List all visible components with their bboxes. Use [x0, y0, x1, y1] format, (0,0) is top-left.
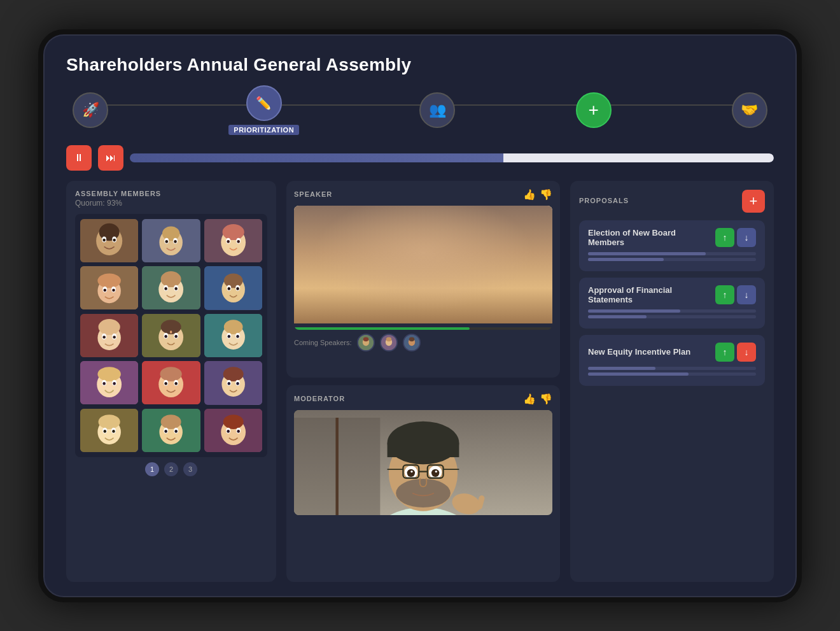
thumbs-up-button[interactable]: 👍 — [523, 188, 536, 201]
member-thumb[interactable] — [142, 219, 200, 262]
timeline-step-handshake[interactable]: 🤝 — [732, 92, 767, 128]
svg-point-47 — [102, 336, 106, 339]
svg-point-33 — [165, 287, 168, 290]
svg-point-90 — [104, 430, 107, 433]
svg-point-48 — [113, 336, 116, 339]
timeline-step-prioritization[interactable]: ✏️ PRIORITIZATION — [228, 85, 299, 135]
svg-point-77 — [175, 382, 178, 385]
member-face — [80, 266, 138, 309]
step-prioritization-circle: ✏️ — [246, 85, 282, 121]
svg-point-13 — [174, 240, 178, 243]
coming-speaker-avatar-3 — [403, 334, 421, 351]
member-thumb[interactable] — [204, 266, 262, 310]
svg-point-73 — [160, 367, 182, 381]
proposal-card-1: Election of New Board Members ↑ ↓ — [579, 220, 765, 271]
member-thumb[interactable] — [142, 266, 200, 309]
member-thumb[interactable] — [204, 219, 262, 263]
progress-bar-container — [130, 153, 774, 162]
proposal-2-down-button[interactable]: ↓ — [737, 285, 756, 304]
pause-button[interactable]: ⏸ — [66, 145, 92, 171]
proposal-3-up-button[interactable]: ↑ — [715, 343, 734, 362]
launch-icon: 🚀 — [82, 102, 99, 118]
svg-point-41 — [236, 287, 239, 290]
vote-buttons: 👍 👎 — [523, 188, 552, 201]
member-face — [80, 219, 138, 262]
svg-point-97 — [165, 430, 168, 433]
thumbs-down-button[interactable]: 👎 — [540, 188, 552, 201]
page-dot-2[interactable]: 2 — [164, 462, 178, 476]
svg-point-27 — [112, 288, 115, 292]
member-face — [80, 361, 138, 404]
proposal-3-top: New Equity Incentive Plan ↑ ↓ — [588, 343, 756, 362]
handshake-icon: 🤝 — [741, 102, 758, 118]
speaker-video — [294, 206, 552, 323]
proposal-1-down-button[interactable]: ↓ — [737, 228, 756, 247]
svg-point-139 — [407, 469, 415, 476]
svg-point-62 — [227, 335, 230, 338]
proposals-panel: PROPOSALS + Election of New Board Member… — [570, 181, 774, 582]
svg-point-5 — [102, 238, 106, 241]
svg-point-16 — [222, 223, 244, 239]
member-face — [204, 266, 262, 310]
device-frame: Shareholders Annual General Assembly 🚀 ✏… — [38, 29, 802, 602]
pause-icon: ⏸ — [74, 152, 84, 164]
proposal-3-bar-1 — [588, 367, 756, 370]
coming-speakers-row: Coming Speakers: — [294, 334, 552, 351]
skip-icon: ⏭ — [106, 152, 116, 164]
member-face — [142, 409, 200, 452]
proposal-2-actions: ↑ ↓ — [715, 285, 756, 304]
svg-point-23 — [97, 273, 121, 288]
member-thumb[interactable] — [80, 266, 138, 309]
svg-point-87 — [99, 415, 120, 429]
proposal-3-bar-2 — [588, 372, 756, 376]
speaker-progress-bar — [294, 327, 552, 330]
member-thumb[interactable] — [142, 409, 200, 452]
member-thumb[interactable] — [80, 219, 138, 262]
speaker-video-frame — [294, 206, 552, 330]
page-dot-3[interactable]: 3 — [183, 462, 197, 476]
member-face — [80, 409, 138, 452]
skip-button[interactable]: ⏭ — [98, 145, 123, 171]
moderator-thumbs-down-button[interactable]: 👎 — [540, 393, 552, 405]
member-thumb[interactable] — [204, 314, 262, 358]
timeline-step-add[interactable]: + — [576, 92, 612, 128]
coming-speaker-avatar-1 — [357, 334, 375, 351]
member-thumb[interactable] — [204, 409, 262, 453]
svg-point-136 — [396, 478, 451, 507]
moderator-panel: MODERATOR 👍 👎 — [286, 385, 560, 582]
add-proposal-button[interactable]: + — [742, 190, 765, 213]
timeline-step-voting[interactable]: 👥 — [419, 92, 455, 128]
proposal-2-up-button[interactable]: ↑ — [715, 285, 734, 304]
proposal-1-bar-2 — [588, 258, 756, 261]
svg-point-2 — [99, 223, 120, 240]
member-face — [204, 361, 262, 405]
svg-point-30 — [161, 271, 181, 287]
member-thumb[interactable] — [204, 361, 262, 405]
edit-icon: ✏️ — [256, 96, 272, 111]
svg-point-84 — [236, 382, 239, 385]
proposal-3-bar-1-fill — [588, 367, 655, 370]
member-face — [142, 266, 200, 309]
member-face — [204, 314, 262, 358]
member-thumb[interactable] — [80, 409, 138, 452]
prioritization-label: PRIORITIZATION — [228, 125, 299, 135]
member-face — [142, 314, 200, 357]
proposal-1-bar-1-fill — [588, 252, 706, 255]
proposals-header: PROPOSALS + — [579, 190, 765, 213]
speaker-panel: SPEAKER 👍 👎 — [286, 181, 560, 378]
member-thumb[interactable] — [80, 314, 138, 357]
member-thumb[interactable] — [142, 314, 200, 357]
proposal-2-top: Approval of Financial Statements ↑ ↓ — [588, 285, 756, 304]
moderator-video-frame — [294, 410, 552, 515]
moderator-vote-buttons: 👍 👎 — [523, 393, 552, 405]
moderator-thumbs-up-button[interactable]: 👍 — [523, 393, 536, 405]
member-thumb[interactable] — [142, 361, 200, 404]
page-dot-1[interactable]: 1 — [145, 462, 159, 476]
proposal-3-down-button[interactable]: ↓ — [737, 343, 756, 362]
svg-point-44 — [99, 318, 120, 334]
member-thumb[interactable] — [80, 361, 138, 404]
timeline-step-launch[interactable]: 🚀 — [73, 92, 108, 128]
svg-point-127 — [409, 337, 414, 341]
speaker-progress-fill — [294, 327, 470, 330]
proposal-1-up-button[interactable]: ↑ — [715, 228, 734, 247]
